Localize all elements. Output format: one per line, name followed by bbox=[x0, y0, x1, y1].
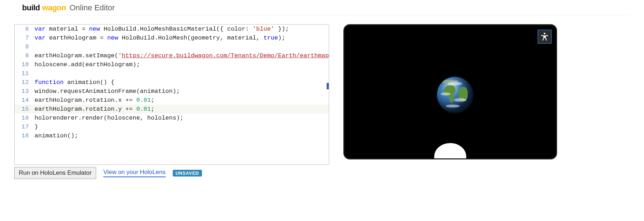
code-line[interactable]: 14earthHologram.rotation.x += 0.01; bbox=[15, 96, 329, 105]
line-number: 13 bbox=[15, 87, 32, 96]
code-content[interactable]: earthHologram.rotation.y += 0.01; bbox=[32, 105, 155, 114]
code-content[interactable]: function animation() { bbox=[32, 78, 114, 87]
code-line[interactable]: 18animation(); bbox=[15, 131, 329, 140]
nose-cutout bbox=[434, 143, 466, 159]
code-line[interactable]: 13window.requestAnimationFrame(animation… bbox=[15, 87, 329, 96]
code-line[interactable]: 9earthHologram.setImage('https://secure.… bbox=[15, 51, 329, 60]
header: buildwagon Online Editor bbox=[14, 4, 630, 15]
line-number: 16 bbox=[15, 114, 32, 122]
line-number: 7 bbox=[15, 33, 32, 42]
editor-toolbar: Run on HoloLens Emulator View on your Ho… bbox=[14, 165, 329, 179]
code-content[interactable]: var material = new HoloBuild.HoloMeshBas… bbox=[32, 25, 289, 33]
code-content[interactable]: window.requestAnimationFrame(animation); bbox=[32, 87, 180, 96]
logo-accent: wagon bbox=[42, 4, 66, 12]
code-line[interactable]: 11 bbox=[15, 69, 329, 78]
code-content[interactable]: holorenderer.render(holoscene, hololens)… bbox=[32, 114, 183, 122]
line-number: 15 bbox=[15, 105, 32, 114]
code-line[interactable]: 8 bbox=[15, 42, 329, 51]
hololens-preview[interactable] bbox=[343, 24, 557, 159]
code-line[interactable]: 17} bbox=[15, 122, 329, 131]
code-editor[interactable]: 6var material = new HoloBuild.HoloMeshBa… bbox=[14, 24, 329, 165]
code-content[interactable]: } bbox=[32, 122, 38, 131]
line-number: 11 bbox=[15, 69, 32, 78]
line-number: 12 bbox=[15, 78, 32, 87]
line-number: 14 bbox=[15, 96, 32, 105]
code-line[interactable]: 6var material = new HoloBuild.HoloMeshBa… bbox=[15, 25, 329, 33]
code-line[interactable]: 16holorenderer.render(holoscene, hololen… bbox=[15, 114, 329, 122]
code-content[interactable]: var earthHologram = new HoloBuild.HoloMe… bbox=[32, 33, 285, 42]
code-line[interactable]: 10holoscene.add(earthHologram); bbox=[15, 60, 329, 69]
logo: buildwagon Online Editor bbox=[22, 4, 630, 12]
line-number: 8 bbox=[15, 42, 32, 51]
unsaved-badge: UNSAVED bbox=[173, 170, 202, 177]
view-hololens-link[interactable]: View on your HoloLens bbox=[103, 169, 166, 177]
code-content[interactable] bbox=[32, 42, 35, 51]
logo-prefix: build bbox=[22, 4, 40, 12]
page-title: Online Editor bbox=[69, 4, 115, 12]
code-content[interactable]: earthHologram.rotation.x += 0.01; bbox=[32, 96, 155, 105]
code-line[interactable]: 7var earthHologram = new HoloBuild.HoloM… bbox=[15, 33, 329, 42]
run-emulator-button[interactable]: Run on HoloLens Emulator bbox=[14, 167, 96, 179]
code-content[interactable]: holoscene.add(earthHologram); bbox=[32, 60, 140, 69]
earth-hologram bbox=[437, 77, 473, 112]
code-content[interactable]: earthHologram.setImage('https://secure.b… bbox=[32, 51, 329, 60]
line-number: 6 bbox=[15, 25, 32, 33]
code-line[interactable]: 15earthHologram.rotation.y += 0.01; bbox=[15, 105, 329, 114]
line-number: 18 bbox=[15, 131, 32, 140]
code-content[interactable]: animation(); bbox=[32, 131, 78, 140]
code-line[interactable]: 12function animation() { bbox=[15, 78, 329, 87]
accessibility-icon[interactable] bbox=[537, 30, 552, 44]
line-number: 10 bbox=[15, 60, 32, 69]
svg-point-0 bbox=[544, 33, 546, 35]
line-number: 9 bbox=[15, 51, 32, 60]
code-content[interactable] bbox=[32, 69, 35, 78]
line-number: 17 bbox=[15, 122, 32, 131]
editor-overflow-marker bbox=[327, 83, 329, 89]
